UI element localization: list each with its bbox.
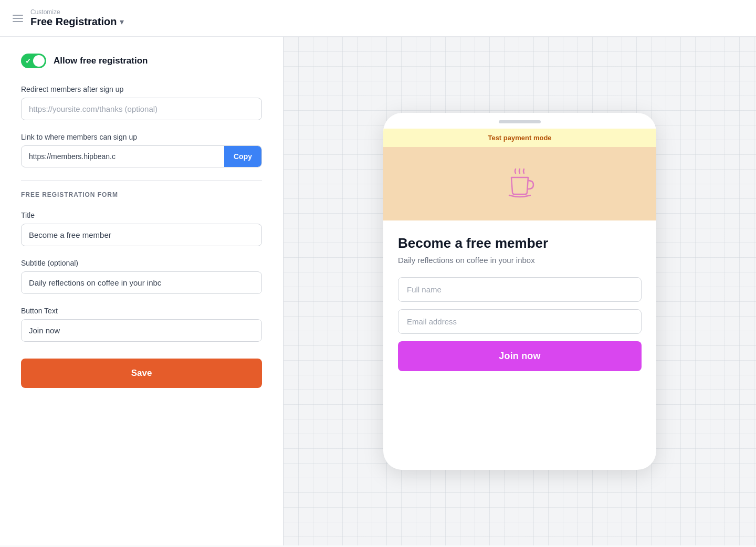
- redirect-label: Redirect members after sign up: [21, 85, 262, 93]
- customize-label: Customize: [30, 8, 124, 16]
- preview-join-button[interactable]: Join now: [398, 341, 642, 371]
- preview-title: Become a free member: [398, 235, 642, 251]
- title-label: Title: [21, 211, 262, 219]
- header-title-area: Customize Free Registration ▾: [30, 8, 124, 28]
- subtitle-field-group: Subtitle (optional): [21, 259, 262, 294]
- copy-button[interactable]: Copy: [224, 146, 261, 167]
- chevron-down-icon[interactable]: ▾: [120, 17, 124, 27]
- signup-link-label: Link to where members can sign up: [21, 133, 262, 141]
- allow-registration-toggle[interactable]: ✓: [21, 54, 46, 68]
- preview-subtitle: Daily reflections on coffee in your inbo…: [398, 256, 642, 265]
- toggle-check-icon: ✓: [25, 57, 31, 65]
- section-heading: FREE REGISTRATION FORM: [21, 191, 262, 198]
- button-text-label: Button Text: [21, 307, 262, 315]
- signup-link-row: https://members.hipbean.c Copy: [21, 145, 262, 167]
- section-divider: [21, 180, 262, 181]
- preview-email-input[interactable]: [398, 309, 642, 334]
- test-payment-banner: Test payment mode: [383, 129, 656, 147]
- phone-mockup: Test payment mode Become a: [383, 113, 656, 470]
- title-field-group: Title: [21, 211, 262, 246]
- save-button[interactable]: Save: [21, 359, 262, 388]
- subtitle-input[interactable]: [21, 271, 262, 294]
- right-panel: Test payment mode Become a: [284, 37, 756, 545]
- toggle-label: Allow free registration: [54, 56, 148, 66]
- preview-full-name-input[interactable]: [398, 277, 642, 302]
- page-title: Free Registration ▾: [30, 16, 124, 28]
- signup-link-url: https://members.hipbean.c: [22, 146, 224, 167]
- signup-link-field-group: Link to where members can sign up https:…: [21, 133, 262, 167]
- coffee-cup-icon: [504, 168, 536, 199]
- left-panel: ✓ Allow free registration Redirect membe…: [0, 37, 284, 545]
- subtitle-label: Subtitle (optional): [21, 259, 262, 267]
- redirect-input[interactable]: [21, 98, 262, 120]
- main-layout: ✓ Allow free registration Redirect membe…: [0, 37, 756, 545]
- menu-icon[interactable]: [13, 15, 23, 22]
- redirect-field-group: Redirect members after sign up: [21, 85, 262, 120]
- title-input[interactable]: [21, 224, 262, 246]
- header: Customize Free Registration ▾: [0, 0, 756, 37]
- preview-content: Become a free member Daily reflections o…: [383, 220, 656, 388]
- button-text-field-group: Button Text: [21, 307, 262, 342]
- hero-area: [383, 147, 656, 220]
- phone-notch: [499, 120, 541, 123]
- page-title-text: Free Registration: [30, 16, 117, 28]
- button-text-input[interactable]: [21, 319, 262, 342]
- allow-free-registration-row: ✓ Allow free registration: [21, 54, 262, 68]
